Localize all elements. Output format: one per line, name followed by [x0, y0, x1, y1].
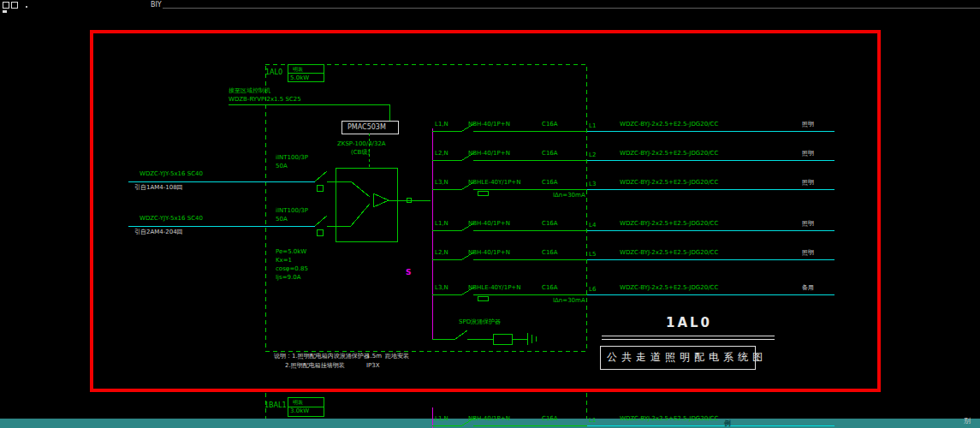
circuit-cable: WDZC-BYJ-2x2.5+E2.5-JDG20/CC	[620, 150, 718, 157]
titlebar-glyph-icon	[3, 10, 7, 13]
circuit-phase: L2,N	[435, 249, 448, 256]
next-circuit-breaker: NBH-40/1P+N	[468, 415, 510, 422]
titlebar-glyph-icon	[3, 2, 9, 9]
circuit-breaker: NBH-40/1P+N	[468, 121, 510, 128]
circuit-cable: WDZC-BYJ-2x2.5+E2.5-JDG20/CC	[620, 249, 718, 256]
circuit-breaker: NBHLE-40Y/1P+N	[468, 284, 520, 291]
circuit-rcd: IΔn=30mA	[553, 192, 585, 199]
circuit-id: L3	[589, 181, 596, 187]
circuit-rating: C16A	[542, 284, 558, 291]
circuit-id: L1	[589, 122, 596, 129]
circuit-cable: WDZC-BYJ-2x2.5+E2.5-JDG20/CC	[620, 220, 718, 227]
ats-class-label: (CB级)	[351, 149, 370, 156]
feeder1-cable: WDZC-YJY-5x16 SC40	[140, 170, 203, 177]
circuit-rating: C16A	[542, 121, 558, 128]
circuit-phase: L3,N	[435, 284, 448, 291]
feeder2-rating: 50A	[276, 216, 288, 223]
note-line1: 说明：1.照明配电箱内设浪涌保护器	[274, 353, 370, 360]
feeder2-cable: WDZC-YJY-5x16 SC40	[140, 215, 203, 222]
feeder1-source: 引自1AM4-108回	[134, 184, 183, 191]
next-panel-name: 1BAL1	[264, 401, 287, 409]
feeder1-breaker: iINT100/3P	[276, 154, 308, 161]
next-circuit-phase: L1,N	[435, 415, 448, 422]
circuit-breaker: NBH-40/1P+N	[468, 249, 510, 256]
control-cable-label: WDZB-RYVP-2x1.5 SC25	[229, 96, 301, 103]
circuit-id: L6	[589, 286, 596, 293]
next-panel-mount: 明装	[293, 399, 303, 405]
meter-label: PMAC503M	[347, 123, 386, 131]
circuit-load: 照明	[802, 249, 814, 256]
circuit-cable: WDZC-BYJ-2x2.5+E2.5-JDG20/CC	[620, 179, 718, 186]
taskbar-mark[interactable]: 例	[724, 419, 731, 427]
circuit-rating: C16A	[542, 150, 558, 157]
next-circuit-rating: C16A	[542, 415, 558, 422]
spd-label: SPD浪涌保护器	[459, 318, 501, 325]
circuit-breaker: NBH-40/1P+N	[468, 220, 510, 227]
next-circuit-id: L1	[589, 417, 596, 424]
circuit-rating: C16A	[542, 179, 558, 186]
panel-capacity: 5.0kW	[290, 74, 309, 81]
cad-canvas[interactable]: BIY 例 别 1AL0 明装 5.0kW 接至区域控制机 WDZB-RYVP-…	[0, 0, 980, 428]
top-label: BIY	[151, 1, 162, 9]
feeder2-breaker: iINT100/3P	[276, 207, 308, 214]
panel-mount: 明装	[293, 66, 303, 72]
circuit-breaker: NBHLE-40Y/1P+N	[468, 179, 520, 186]
titlebar-glyph-icon	[11, 2, 18, 9]
circuit-rating: C16A	[542, 220, 558, 227]
circuit-load: 照明	[802, 179, 814, 186]
circuit-phase: L1,N	[435, 220, 448, 227]
feeder1-rating: 50A	[276, 163, 288, 169]
circuit-breaker: NBH-40/1P+N	[468, 150, 510, 157]
circuit-load: 照明	[802, 220, 814, 227]
titlebar-glyph-icon	[26, 6, 27, 8]
circuit-load: 备用	[802, 284, 814, 291]
calc-pe: Pe=5.0kW	[276, 248, 306, 255]
note-line2-value: IP3X	[366, 362, 380, 369]
circuit-cable: WDZC-BYJ-2x2.5+E2.5-JDG20/CC	[620, 284, 718, 291]
calc-kx: Kx=1	[276, 257, 292, 264]
next-panel-capacity: 3.0kW	[290, 407, 309, 414]
calc-cos: cosφ=0.85	[276, 265, 308, 272]
calc-ijs: Ijs=9.0A	[276, 274, 300, 281]
circuit-cable: WDZC-BYJ-2x2.5+E2.5-JDG20/CC	[620, 121, 718, 128]
ats-model-label: ZKSP-100/4/32A	[337, 140, 386, 147]
circuit-id: L2	[589, 152, 596, 158]
bus-label: S	[406, 269, 411, 276]
panel-name: 1AL0	[265, 68, 282, 76]
circuit-load: 照明	[802, 150, 814, 157]
note-line1-value: 1.5m	[366, 353, 382, 360]
circuit-id: L4	[589, 222, 596, 229]
drawing-title: 1AL0	[666, 316, 712, 330]
circuit-id: L5	[589, 251, 596, 258]
circuit-rating: C16A	[542, 249, 558, 256]
circuit-rcd: IΔn=30mA	[553, 297, 585, 304]
note-line2: 2.照明配电箱挂墙明装	[285, 362, 345, 369]
feeder2-source: 引自2AM4-204回	[134, 229, 183, 235]
circuit-load: 照明	[802, 121, 814, 128]
drawing-subtitle: 公共走道照明配电系统图	[607, 351, 767, 363]
control-note: 接至区域控制机	[229, 87, 270, 94]
circuit-phase: L1,N	[435, 121, 448, 128]
bottom-right-mark: 别	[964, 417, 971, 425]
note-line1-suffix: 距地安装	[385, 353, 409, 360]
circuit-phase: L3,N	[435, 179, 448, 186]
circuit-phase: L2,N	[435, 150, 448, 157]
highlight-rectangle	[90, 30, 881, 392]
next-circuit-cable: WDZC-BYJ-2x2.5+E2.5-JDG20/CC	[620, 415, 718, 422]
